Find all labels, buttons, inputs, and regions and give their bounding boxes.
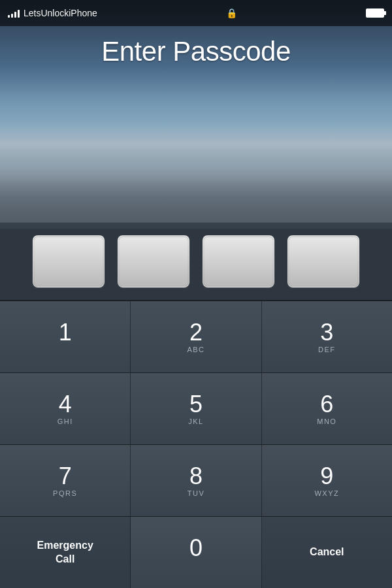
passcode-input-row	[0, 222, 392, 301]
passcode-box-3	[203, 235, 274, 287]
passcode-box-1	[33, 235, 105, 287]
emergency-call-button[interactable]: EmergencyCall	[0, 517, 131, 588]
key-2-number: 2	[189, 321, 203, 344]
lock-icon: 🔒	[226, 8, 237, 18]
key-8-letters: TUV	[188, 489, 205, 497]
key-6-number: 6	[320, 393, 333, 416]
signal-bar-2	[11, 14, 13, 18]
key-8-number: 8	[189, 465, 203, 488]
signal-bars-icon	[8, 8, 20, 18]
key-1[interactable]: 1	[0, 301, 131, 372]
key-4-number: 4	[59, 393, 72, 416]
keypad: 1 2 ABC 3 DEF 4 GHI 5 JKL 6 MNO 7 PQRS	[0, 301, 392, 588]
page-title: Enter Passcode	[0, 36, 392, 67]
key-8[interactable]: 8 TUV	[131, 445, 261, 516]
carrier-name: LetsUnlockiPhone	[24, 8, 97, 18]
keypad-row-2: 4 GHI 5 JKL 6 MNO	[0, 372, 392, 444]
key-1-number: 1	[59, 321, 72, 344]
key-0[interactable]: 0	[131, 517, 261, 588]
key-2[interactable]: 2 ABC	[131, 301, 261, 372]
key-7-number: 7	[59, 465, 72, 488]
passcode-box-2	[118, 235, 189, 287]
key-5-letters: JKL	[188, 417, 203, 425]
signal-bar-4	[18, 10, 20, 18]
key-9-number: 9	[320, 465, 333, 488]
key-9-letters: WXYZ	[314, 489, 339, 497]
keypad-row-3: 7 PQRS 8 TUV 9 WXYZ	[0, 444, 392, 516]
key-3[interactable]: 3 DEF	[262, 301, 392, 372]
cancel-label: Cancel	[304, 546, 349, 559]
battery-icon	[366, 8, 384, 18]
key-0-number: 0	[189, 536, 203, 560]
signal-bar-3	[14, 12, 16, 18]
key-4-letters: GHI	[57, 417, 73, 425]
key-2-letters: ABC	[187, 346, 204, 353]
key-3-letters: DEF	[318, 346, 336, 353]
key-5[interactable]: 5 JKL	[131, 373, 261, 444]
passcode-box-4	[287, 235, 359, 287]
background-mountain	[0, 98, 392, 229]
key-6-letters: MNO	[317, 417, 336, 425]
keypad-row-bottom: EmergencyCall 0 Cancel	[0, 516, 392, 588]
key-7[interactable]: 7 PQRS	[0, 445, 131, 516]
key-6[interactable]: 6 MNO	[262, 373, 392, 444]
key-3-number: 3	[320, 321, 333, 344]
status-bar: LetsUnlockiPhone 🔒	[0, 0, 392, 26]
key-1-letters	[63, 346, 67, 353]
key-0-letters	[195, 561, 198, 569]
emergency-call-label: EmergencyCall	[32, 539, 99, 566]
signal-bar-1	[8, 15, 10, 18]
cancel-button[interactable]: Cancel	[262, 517, 392, 588]
key-7-letters: PQRS	[53, 489, 77, 497]
key-9[interactable]: 9 WXYZ	[262, 445, 392, 516]
keypad-row-1: 1 2 ABC 3 DEF	[0, 301, 392, 372]
key-5-number: 5	[189, 393, 203, 416]
status-left: LetsUnlockiPhone	[8, 8, 97, 18]
key-4[interactable]: 4 GHI	[0, 373, 131, 444]
